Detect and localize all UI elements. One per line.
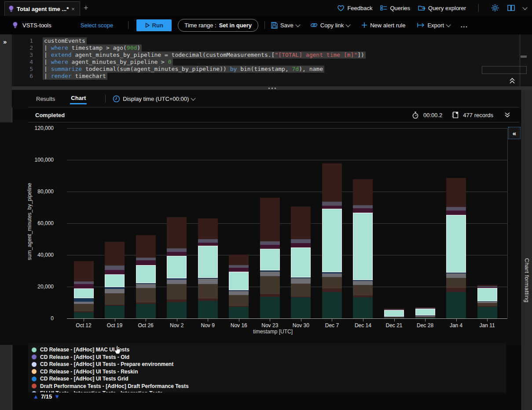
- tab-results[interactable]: Results: [35, 94, 56, 104]
- bar-segment[interactable]: [446, 292, 466, 318]
- bar-segment[interactable]: [415, 317, 435, 318]
- feedback-button[interactable]: Feedback: [337, 5, 372, 11]
- bar-segment[interactable]: [477, 301, 497, 302]
- bar-segment[interactable]: [74, 288, 94, 298]
- bar-segment[interactable]: [229, 290, 249, 291]
- bar-segment[interactable]: [322, 273, 342, 277]
- bar-segment[interactable]: [322, 202, 342, 205]
- bar-segment[interactable]: [229, 307, 249, 318]
- bar-segment[interactable]: [260, 270, 280, 272]
- bar-segment[interactable]: [229, 272, 249, 290]
- bar-segment[interactable]: [322, 163, 342, 202]
- bar-segment[interactable]: [136, 260, 156, 265]
- bar-segment[interactable]: [291, 284, 311, 297]
- bar-segment[interactable]: [384, 309, 404, 310]
- bar-segment[interactable]: [105, 274, 125, 288]
- bar-segment[interactable]: [353, 213, 373, 280]
- bar-segment[interactable]: [384, 310, 404, 310]
- legend-item[interactable]: CD Release - [AdHoc] UI Tests - Reskin: [32, 368, 138, 375]
- bar-segment[interactable]: [136, 288, 156, 303]
- expand-right-icon[interactable]: »: [3, 38, 7, 45]
- bar-segment[interactable]: [136, 303, 156, 303]
- bar-segment[interactable]: [167, 248, 187, 252]
- bar-segment[interactable]: [74, 284, 94, 288]
- bar-segment[interactable]: [477, 302, 497, 303]
- time-range-button[interactable]: Time range : Set in query: [178, 19, 258, 32]
- bar-segment[interactable]: [198, 243, 218, 246]
- bar-segment[interactable]: [74, 302, 94, 304]
- settings-button[interactable]: [491, 4, 499, 12]
- bar-segment[interactable]: [415, 308, 435, 309]
- bar-segment[interactable]: [291, 243, 311, 247]
- bar-segment[interactable]: [105, 242, 125, 266]
- bar-segment[interactable]: [291, 278, 311, 284]
- new-tab-button[interactable]: +: [84, 4, 88, 13]
- bar-segment[interactable]: [291, 297, 311, 298]
- bar-segment[interactable]: [229, 255, 249, 266]
- bar-segment[interactable]: [291, 207, 311, 239]
- bar-segment[interactable]: [136, 258, 156, 260]
- bar-segment[interactable]: [105, 270, 125, 274]
- chevron-down-icon[interactable]: [522, 5, 527, 10]
- bar-segment[interactable]: [415, 315, 435, 316]
- save-button[interactable]: Save: [271, 22, 300, 29]
- bar-segment[interactable]: [136, 265, 156, 283]
- bar-segment[interactable]: [415, 309, 435, 315]
- bar-segment[interactable]: [353, 285, 373, 295]
- bar-segment[interactable]: [198, 246, 218, 278]
- bar-segment[interactable]: [353, 281, 373, 285]
- bar-segment[interactable]: [167, 299, 187, 302]
- bar-segment[interactable]: [415, 317, 435, 318]
- bar-segment[interactable]: [167, 302, 187, 318]
- bar-segment[interactable]: [136, 304, 156, 318]
- bar-segment[interactable]: [260, 245, 280, 249]
- bar-segment[interactable]: [353, 205, 373, 209]
- bar-segment[interactable]: [384, 318, 404, 318]
- bar-segment[interactable]: [74, 298, 94, 302]
- bar-segment[interactable]: [353, 208, 373, 213]
- bar-segment[interactable]: [446, 178, 466, 207]
- bar-segment[interactable]: [229, 265, 249, 267]
- bar-segment[interactable]: [167, 284, 187, 299]
- bar-segment[interactable]: [167, 252, 187, 256]
- bar-segment[interactable]: [477, 285, 497, 286]
- legend-item[interactable]: Draft Performance Tests - [AdHoc] Draft …: [32, 383, 189, 390]
- bar-segment[interactable]: [167, 278, 187, 280]
- bar-segment[interactable]: [477, 288, 497, 301]
- bar-segment[interactable]: [74, 311, 94, 312]
- bar-segment[interactable]: [167, 217, 187, 248]
- bar-segment[interactable]: [477, 286, 497, 287]
- bar-segment[interactable]: [291, 297, 311, 318]
- bar-segment[interactable]: [74, 304, 94, 311]
- pane-splitter[interactable]: [12, 86, 532, 90]
- collapse-editor-icon[interactable]: [508, 78, 516, 84]
- bar-segment[interactable]: [136, 284, 156, 288]
- bar-segment[interactable]: [477, 306, 497, 307]
- bar-segment[interactable]: [322, 292, 342, 318]
- bar-segment[interactable]: [322, 272, 342, 273]
- chart-formatting-label[interactable]: Chart formatting: [524, 258, 530, 303]
- export-button[interactable]: Export: [417, 22, 450, 29]
- display-time-dropdown[interactable]: Display time (UTC+00:00): [113, 95, 195, 103]
- editor-scrollbar[interactable]: [520, 34, 520, 86]
- collapse-results-icon[interactable]: [504, 112, 511, 118]
- bar-segment[interactable]: [291, 239, 311, 243]
- bar-segment[interactable]: [384, 317, 404, 318]
- bar-segment[interactable]: [105, 266, 125, 270]
- legend-page-up[interactable]: ▲: [33, 393, 39, 400]
- bar-segment[interactable]: [105, 305, 125, 306]
- bar-segment[interactable]: [446, 211, 466, 215]
- docs-button[interactable]: [507, 4, 515, 11]
- legend-item[interactable]: EU UI Tests - Integration Tests - Integr…: [32, 390, 163, 392]
- bar-segment[interactable]: [167, 256, 187, 278]
- query-tab[interactable]: Total agent time ...* ×: [4, 1, 80, 16]
- queries-button[interactable]: Queries: [380, 5, 410, 11]
- legend-item[interactable]: CD Release - [AdHoc] UI Tests Grid: [32, 375, 128, 382]
- bar-segment[interactable]: [198, 278, 218, 279]
- query-editor[interactable]: 1customEvents2| where timestamp > ago(90…: [12, 34, 532, 86]
- bar-segment[interactable]: [415, 316, 435, 317]
- bar-segment[interactable]: [446, 273, 466, 274]
- legend-item[interactable]: CD Release - [AdHoc] UI Tests - Prepare …: [32, 361, 173, 368]
- bar-segment[interactable]: [229, 295, 249, 306]
- scrollbar-thumb[interactable]: [521, 55, 527, 58]
